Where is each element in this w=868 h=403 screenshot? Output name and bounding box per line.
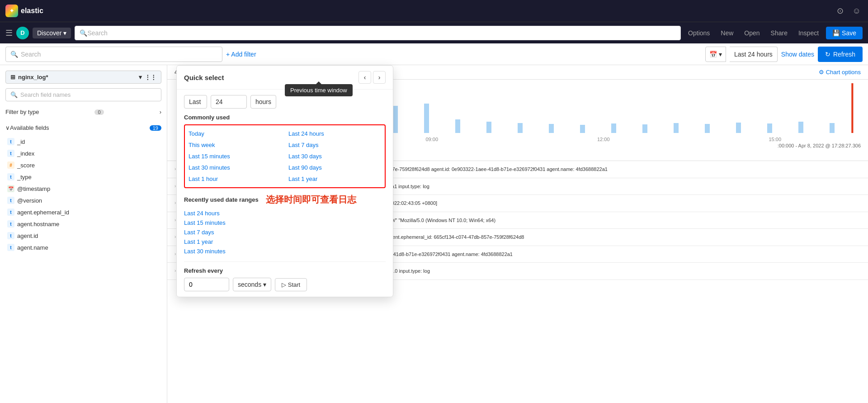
commonly-used-item[interactable]: Last 24 hours [288,129,381,138]
filter-by-type[interactable]: Filter by type 0 › [5,106,161,118]
qs-body: Last Next hours Commonly used TodayLast … [177,90,393,297]
field-item[interactable]: tagent.hostname [5,218,161,230]
svg-rect-16 [674,123,679,133]
field-name: agent.hostname [17,221,59,228]
refresh-section: Refresh every seconds ▾ ▷ Start [184,261,386,291]
field-item[interactable]: tagent.name [5,242,161,253]
qs-qualifier-select[interactable]: Last Next [184,95,207,109]
inspect-button[interactable]: Inspect [795,28,822,38]
refresh-label: Refresh [833,51,855,58]
commonly-used-item[interactable]: Last 7 days [288,140,381,150]
recently-used-title: Recently used date ranges 选择时间即可查看日志 [184,194,386,206]
qs-prev-button[interactable]: ‹ [359,71,371,84]
chart-options-label: Chart options [826,69,861,76]
field-item[interactable]: tagent.id [5,230,161,242]
svg-rect-12 [549,124,554,133]
app-title: elastic [21,7,43,15]
filter-chevron: › [160,109,161,115]
row-expand-icon[interactable]: › [175,218,176,223]
new-button[interactable]: New [717,28,737,38]
start-label: ▷ Start [282,281,300,288]
svg-rect-10 [486,122,491,133]
refresh-amount-input[interactable] [184,278,229,291]
field-item[interactable]: t_index [5,147,161,159]
field-item[interactable]: #_score [5,159,161,171]
qs-next-button[interactable]: › [373,71,386,84]
search-placeholder: Search [87,29,107,37]
save-button[interactable]: 💾 Save [826,27,863,39]
field-type-badge: t [7,220,14,228]
search-input-bar[interactable]: 🔍 Search [5,47,222,62]
field-name: _score [17,162,35,169]
filter-type-label: Filter by type [5,109,39,115]
field-type-badge: # [7,161,14,169]
add-filter-button[interactable]: + Add filter [226,51,256,58]
commonly-used-item[interactable]: Last 1 hour [189,174,281,184]
commonly-used-item[interactable]: Last 30 minutes [189,163,281,172]
field-type-badge: t [7,244,14,251]
hamburger-button[interactable]: ☰ [5,28,13,38]
field-item[interactable]: tagent.ephemeral_id [5,206,161,218]
recently-used-item[interactable]: Last 7 days [184,228,386,237]
commonly-used-section: TodayLast 24 hoursThis weekLast 7 daysLa… [184,124,386,188]
discover-button[interactable]: Discover ▾ [33,28,71,38]
share-button[interactable]: Share [767,28,791,38]
fields-list: t_idt_index#_scoret_type📅@timestampt@ver… [5,136,161,253]
top-nav: ✦ elastic ⊙ ☺ [0,0,868,22]
time-range-display[interactable]: Last 24 hours [730,47,778,62]
field-type-badge: t [7,209,14,216]
commonly-used-item[interactable]: Last 30 days [288,152,381,161]
open-button[interactable]: Open [741,28,763,38]
row-expand-icon[interactable]: › [175,251,176,256]
calendar-button[interactable]: 📅 ▾ [705,47,726,62]
user-icon[interactable]: ☺ [851,5,863,18]
svg-rect-14 [611,123,616,133]
field-type-badge: t [7,197,14,204]
refresh-icon: ↻ [825,51,830,58]
field-search-placeholder: Search field names [20,91,71,98]
field-search[interactable]: 🔍 Search field names [5,88,161,101]
chart-options-button[interactable]: ⚙ Chart options [819,69,861,76]
available-fields-header[interactable]: ∨ Available fields 19 [5,122,161,134]
qs-amount-input[interactable] [211,95,247,109]
commonly-used-item[interactable]: Last 90 days [288,163,381,172]
refresh-unit-chevron: ▾ [263,281,266,288]
index-name: nginx_log* [18,74,48,81]
commonly-used-item[interactable]: Last 15 minutes [189,152,281,161]
filter-search-icon: 🔍 [10,51,18,58]
show-dates-button[interactable]: Show dates [781,51,814,58]
options-button[interactable]: Options [684,28,713,38]
recently-used-item[interactable]: Last 15 minutes [184,218,386,228]
field-name: agent.ephemeral_id [17,209,69,216]
field-type-badge: t [7,173,14,180]
avatar-button[interactable]: D [16,27,29,39]
help-icon[interactable]: ⊙ [835,4,845,18]
recently-used-item[interactable]: Last 24 hours [184,209,386,218]
start-button[interactable]: ▷ Start [275,278,307,291]
field-item[interactable]: t@version [5,194,161,206]
refresh-unit-select[interactable]: seconds ▾ [233,278,271,291]
kebab-icon: ⋮⋮ [145,74,156,81]
field-item[interactable]: 📅@timestamp [5,183,161,194]
field-item[interactable]: t_type [5,171,161,183]
svg-rect-19 [767,123,772,133]
index-selector[interactable]: ⊞ nginx_log* ▾ ⋮⋮ [5,71,161,84]
commonly-used-item[interactable]: Today [189,129,281,138]
svg-rect-7 [393,106,398,133]
recently-used-item[interactable]: Last 1 year [184,237,386,247]
commonly-used-item[interactable]: This week [189,140,281,150]
discover-chevron-icon: ▾ [63,29,66,37]
add-filter-label: + Add filter [226,51,256,58]
row-expand-icon[interactable]: › [175,268,176,273]
recently-used-item[interactable]: Last 30 minutes [184,247,386,256]
row-expand-icon[interactable]: › [175,166,176,171]
commonly-used-item[interactable]: Last 1 year [288,174,381,184]
field-item[interactable]: t_id [5,136,161,147]
time-range-section: 📅 ▾ Last 24 hours Show dates ↻ Refresh [705,47,863,62]
tooltip-bubble: Previous time window [285,84,353,96]
refresh-button[interactable]: ↻ Refresh [818,47,863,62]
row-expand-icon[interactable]: › [175,200,176,205]
row-expand-icon[interactable]: › [175,184,176,189]
row-expand-icon[interactable]: › [175,234,176,239]
qs-title: Quick select [184,74,224,81]
